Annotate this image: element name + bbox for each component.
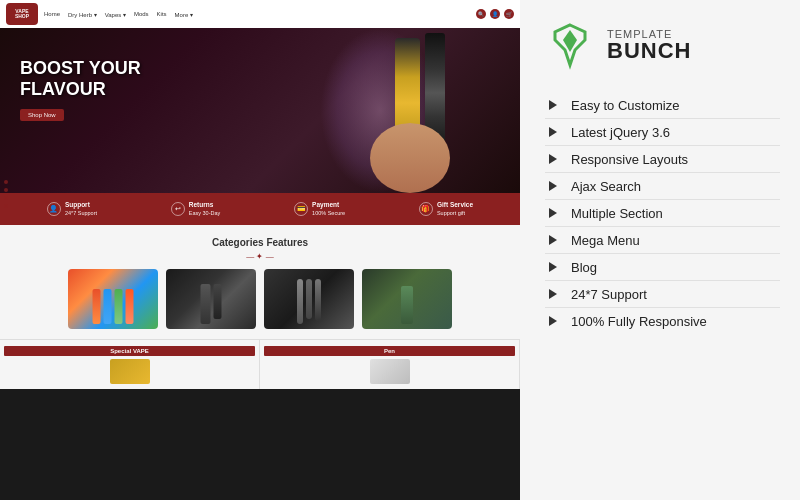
nav-logo: VAPESHOP: [6, 3, 38, 25]
user-icon: 👤: [490, 9, 500, 19]
right-panel: template BUNCH Easy to Customize Latest …: [520, 0, 800, 500]
arrow-icon-9: [545, 313, 561, 329]
feature-label-4: Ajax Search: [571, 179, 641, 194]
arrow-icon-8: [545, 286, 561, 302]
feature-label-1: Easy to Customize: [571, 98, 679, 113]
nav-link-mods: Mods: [134, 11, 149, 18]
arrow-triangle: [549, 100, 557, 110]
payment-icon: 💳: [294, 202, 308, 216]
arrow-triangle: [549, 289, 557, 299]
nav-link-kits: Kits: [157, 11, 167, 18]
mini-device: [115, 289, 123, 324]
feature-label-8: 24*7 Support: [571, 287, 647, 302]
features-list: Easy to Customize Latest jQuery 3.6 Resp…: [545, 92, 780, 485]
arrow-triangle: [549, 235, 557, 245]
mini-device: [214, 284, 222, 319]
categories-section: Categories Features — ✦ —: [0, 225, 520, 339]
nav-link-home: Home: [44, 11, 60, 18]
brand-header: template BUNCH: [545, 20, 780, 70]
hero-hand: [370, 123, 450, 193]
website-preview-panel: VAPESHOP Home Dry Herb ▾ Vapes ▾ Mods Ki…: [0, 0, 520, 500]
bottom-thumb-vape: Special VAPE: [0, 340, 260, 389]
arrow-icon-4: [545, 178, 561, 194]
bottom-thumb-vape-label: Special VAPE: [4, 346, 255, 356]
nav-bar: VAPESHOP Home Dry Herb ▾ Vapes ▾ Mods Ki…: [0, 0, 520, 28]
feature-label-5: Multiple Section: [571, 206, 663, 221]
hero-cta-button[interactable]: Shop Now: [20, 109, 64, 121]
dot-separator: [0, 180, 10, 208]
arrow-triangle: [549, 316, 557, 326]
feature-label-9: 100% Fully Responsive: [571, 314, 707, 329]
dot: [4, 204, 8, 208]
brand-name: template BUNCH: [607, 28, 691, 62]
nav-icons: 🔍 👤 🛒: [476, 9, 514, 19]
bottom-thumb-pen: Pen: [260, 340, 520, 389]
feature-item-6: Mega Menu: [545, 227, 780, 254]
feature-item-9: 100% Fully Responsive: [545, 308, 780, 334]
bottom-thumb-pen-img: [370, 359, 410, 384]
nav-link-more: More ▾: [175, 11, 193, 18]
categories-divider: — ✦ —: [15, 252, 505, 261]
feature-label-3: Responsive Layouts: [571, 152, 688, 167]
bottom-preview: Special VAPE Pen: [0, 339, 520, 389]
arrow-triangle: [549, 127, 557, 137]
category-devices-3: [297, 279, 321, 324]
cart-icon: 🛒: [504, 9, 514, 19]
search-icon: 🔍: [476, 9, 486, 19]
dot: [4, 196, 8, 200]
feature-item-2: Latest jQuery 3.6: [545, 119, 780, 146]
service-payment: 💳 Payment100% Secure: [294, 201, 345, 217]
service-returns: ↩ ReturnsEasy 30-Day: [171, 201, 221, 217]
mini-device: [315, 279, 321, 321]
category-item-2: [166, 269, 256, 329]
dot: [4, 180, 8, 184]
mini-device: [297, 279, 303, 324]
category-item-1: [68, 269, 158, 329]
mini-device: [104, 289, 112, 324]
brand-bunch-label: BUNCH: [607, 40, 691, 62]
category-devices-4: [401, 286, 413, 324]
feature-item-5: Multiple Section: [545, 200, 780, 227]
arrow-triangle: [549, 208, 557, 218]
mini-device: [126, 289, 134, 324]
category-devices-2: [201, 284, 222, 324]
returns-icon: ↩: [171, 202, 185, 216]
arrow-icon-3: [545, 151, 561, 167]
categories-grid: [15, 269, 505, 329]
service-gift: 🎁 Gift ServiceSupport gift: [419, 201, 473, 217]
service-support-text: Support24*7 Support: [65, 201, 97, 217]
mini-device: [401, 286, 413, 324]
arrow-icon-7: [545, 259, 561, 275]
feature-label-6: Mega Menu: [571, 233, 640, 248]
gift-icon: 🎁: [419, 202, 433, 216]
bottom-thumb-vape-img: [110, 359, 150, 384]
arrow-icon-6: [545, 232, 561, 248]
feature-label-7: Blog: [571, 260, 597, 275]
nav-link-dryherd: Dry Herb ▾: [68, 11, 97, 18]
service-support: 👤 Support24*7 Support: [47, 201, 97, 217]
hero-title: BOOST YOUR FLAVOUR: [20, 58, 141, 99]
arrow-triangle: [549, 181, 557, 191]
hero-text: BOOST YOUR FLAVOUR Shop Now: [20, 58, 141, 121]
hero-section: BOOST YOUR FLAVOUR Shop Now: [0, 28, 520, 193]
feature-item-7: Blog: [545, 254, 780, 281]
dot: [4, 188, 8, 192]
feature-item-8: 24*7 Support: [545, 281, 780, 308]
category-item-3: [264, 269, 354, 329]
arrow-triangle: [549, 262, 557, 272]
category-devices-1: [93, 289, 134, 324]
mini-device: [201, 284, 211, 324]
feature-item-4: Ajax Search: [545, 173, 780, 200]
bottom-thumb-pen-label: Pen: [264, 346, 515, 356]
mini-device: [306, 279, 312, 319]
arrow-icon-2: [545, 124, 561, 140]
service-payment-text: Payment100% Secure: [312, 201, 345, 217]
feature-item-1: Easy to Customize: [545, 92, 780, 119]
category-item-4: [362, 269, 452, 329]
arrow-icon-5: [545, 205, 561, 221]
nav-link-vapes: Vapes ▾: [105, 11, 126, 18]
support-icon: 👤: [47, 202, 61, 216]
categories-title: Categories Features: [15, 237, 505, 248]
nav-links: Home Dry Herb ▾ Vapes ▾ Mods Kits More ▾: [44, 11, 470, 18]
service-gift-text: Gift ServiceSupport gift: [437, 201, 473, 217]
